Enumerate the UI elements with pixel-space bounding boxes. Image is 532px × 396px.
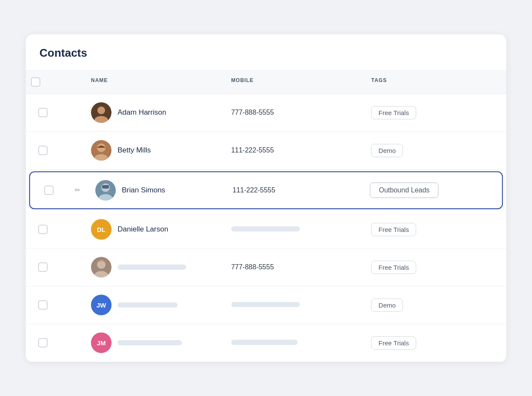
row-1-tag-badge[interactable]: Free Trials [371,106,416,119]
row-checkbox-cell [30,186,64,195]
avatar-svg [95,180,116,201]
row-checkbox-cell [26,338,60,347]
table-row: Betty Mills 111-222-5555 Demo [26,132,506,170]
table-row: JW Demo [26,286,506,324]
row-5-checkbox[interactable] [38,262,48,272]
row-5-mobile-text: 777-888-5555 [231,263,274,271]
row-6-tag-badge[interactable]: Demo [371,299,403,312]
header-checkbox-col [26,70,60,94]
table-header: NAME MOBILE TAGS [26,70,506,94]
row-6-mobile [226,301,366,309]
row-3-checkbox[interactable] [44,186,54,195]
row-4-avatar: DL [91,219,112,240]
avatar-svg [91,102,112,123]
row-3-edit-cell[interactable]: ✏ [64,186,90,194]
header-mobile-col: MOBILE [226,70,366,94]
row-1-name-cell: Adam Harrison [86,102,226,123]
row-4-checkbox[interactable] [38,225,48,234]
row-7-tag-badge[interactable]: Free Trials [371,336,416,350]
row-2-mobile: 111-222-5555 [226,146,366,154]
row-4-tags: Free Trials [366,223,506,236]
row-6-checkbox[interactable] [38,300,48,310]
svg-rect-9 [102,185,109,189]
row-6-avatar: JW [91,295,112,315]
row-4-tag-badge[interactable]: Free Trials [371,223,416,236]
row-3-name-cell: Brian Simons [90,180,227,201]
svg-point-11 [97,260,106,269]
table-row: JM Free Trials [26,324,506,362]
row-5-tag-badge[interactable]: Free Trials [371,261,416,274]
row-5-name-cell [86,257,226,277]
table-row: 777-888-5555 Free Trials [26,249,506,286]
row-4-name-cell: DL Danielle Larson [86,219,226,240]
table-row-selected: ✏ Brian Simons 111-222-5555 Outbound Lea… [29,171,503,209]
row-3-avatar [95,180,116,201]
row-2-tags: Demo [366,144,506,157]
row-5-avatar [91,257,112,277]
row-6-mobile-placeholder [231,302,300,307]
row-checkbox-cell [26,146,60,155]
header-name-col: NAME [86,70,226,94]
edit-icon[interactable]: ✏ [75,186,80,194]
row-2-checkbox[interactable] [38,146,48,155]
card-header: Contacts [26,34,506,70]
row-2-avatar [91,140,112,161]
row-1-mobile: 777-888-5555 [226,109,366,116]
header-tags-col: TAGS [366,70,506,94]
row-3-tag-badge[interactable]: Outbound Leads [370,183,438,198]
header-avatar-col [60,70,86,94]
row-4-name: Danielle Larson [118,225,168,234]
row-2-name: Betty Mills [118,146,151,155]
avatar-svg [91,140,112,161]
row-7-checkbox[interactable] [38,338,48,347]
contacts-card: Contacts NAME MOBILE TAGS [26,34,506,362]
row-5-mobile: 777-888-5555 [226,263,366,271]
avatar-svg [91,257,112,277]
row-2-name-cell: Betty Mills [86,140,226,161]
table-row: Adam Harrison 777-888-5555 Free Trials [26,94,506,132]
row-1-checkbox[interactable] [38,108,48,117]
row-checkbox-cell [26,300,60,310]
row-3-mobile-text: 111-222-5555 [233,186,275,194]
row-6-tags: Demo [366,299,506,312]
row-7-avatar: JM [91,332,112,353]
row-1-name: Adam Harrison [118,108,166,117]
row-7-mobile [226,339,366,347]
contacts-table: NAME MOBILE TAGS Adam Harrison [26,70,506,362]
row-3-tags: Outbound Leads [365,183,502,198]
row-2-tag-badge[interactable]: Demo [371,144,403,157]
row-7-name-placeholder [118,340,182,345]
row-2-mobile-text: 111-222-5555 [231,146,274,154]
row-3-name: Brian Simons [122,186,165,195]
row-1-avatar [91,102,112,123]
row-5-name-placeholder [118,265,186,270]
row-7-mobile-placeholder [231,340,298,345]
table-row: DL Danielle Larson Free Trials [26,211,506,249]
row-6-name-placeholder [118,302,178,308]
svg-point-1 [97,107,105,114]
row-1-mobile-text: 777-888-5555 [231,109,274,116]
row-4-mobile [226,225,366,233]
row-checkbox-cell [26,262,60,272]
row-6-name-cell: JW [86,295,226,315]
row-4-mobile-placeholder [231,226,300,232]
row-checkbox-cell [26,108,60,117]
row-7-name-cell: JM [86,332,226,353]
page-title: Contacts [39,46,493,60]
row-checkbox-cell [26,225,60,234]
row-3-mobile: 111-222-5555 [227,186,365,194]
select-all-checkbox[interactable] [31,77,40,87]
row-5-tags: Free Trials [366,261,506,274]
row-7-tags: Free Trials [366,336,506,350]
row-1-tags: Free Trials [366,106,506,119]
